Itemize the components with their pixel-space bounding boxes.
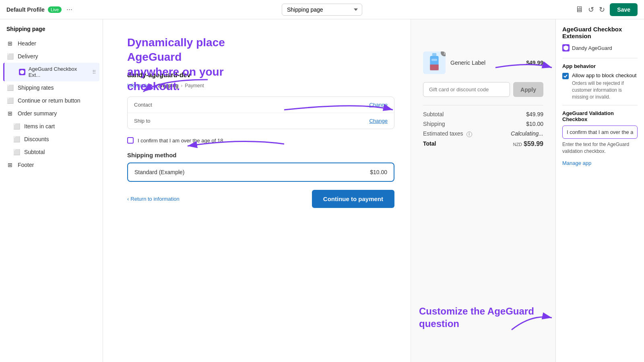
sidebar-item-continue-button[interactable]: ⬜ Continue or return button [0, 94, 103, 107]
customize-text-overlay: Customize the AgeGuard question [419, 305, 534, 330]
item-price: $49.99 [526, 60, 543, 66]
apply-discount-button[interactable]: Apply [513, 82, 543, 97]
provider-shield-icon [562, 44, 570, 51]
total-label: Total [423, 140, 436, 148]
manage-app-link[interactable]: Manage app [562, 160, 591, 166]
allow-block-checkbox[interactable] [562, 73, 569, 79]
panel-divider-2 [562, 105, 638, 105]
order-item: 1 Generic Label $49.99 [423, 51, 543, 74]
sidebar-item-discounts-label: Discounts [24, 136, 49, 142]
checkout-right: 1 Generic Label $49.99 Apply [411, 19, 555, 362]
main-layout: Shipping page ⊞ Header ⬜ Delivery AgeGua… [0, 19, 644, 362]
page-selector-area: Shipping page [282, 4, 362, 16]
sidebar-item-items-label: Items in cart [24, 123, 55, 130]
crop-icon-3: ⬜ [6, 97, 14, 104]
contact-row: Contact Change [128, 97, 394, 113]
undo-button[interactable]: ↺ [588, 5, 594, 14]
sidebar-item-discounts[interactable]: ⬜ Discounts [0, 133, 103, 146]
item-bottle-icon [427, 53, 442, 72]
shield-icon [19, 69, 25, 75]
grid-icon: ⊞ [6, 40, 14, 47]
taxes-value: Calculating... [511, 130, 543, 137]
panel-title: AgeGuard Checkbox Extension [562, 26, 638, 39]
taxes-row: Estimated taxes i Calculating... [423, 130, 543, 137]
crop-icon: ⬜ [6, 53, 14, 60]
discount-input[interactable] [423, 82, 510, 97]
age-checkbox[interactable] [127, 137, 134, 144]
breadcrumb-payment: Payment [185, 83, 204, 88]
breadcrumb-shipping: Shipping [158, 83, 178, 88]
breadcrumb-sep-2: › [181, 83, 182, 88]
sidebar-item-order-summary[interactable]: ⊞ Order summary [0, 107, 103, 120]
shipping-method-title: Shipping method [127, 152, 394, 158]
more-options-button[interactable]: ··· [66, 5, 72, 14]
shipping-option[interactable]: Standard (Example) $10.00 [127, 162, 394, 182]
checkout-actions: ‹ Return to information Continue to paym… [127, 190, 394, 208]
sidebar-item-footer[interactable]: ⊞ Footer [0, 158, 103, 171]
sidebar-item-delivery[interactable]: ⬜ Delivery [0, 50, 103, 63]
allow-block-desc: Orders will be rejected if customer info… [572, 80, 638, 100]
drag-handle-icon[interactable]: ⠿ [92, 69, 96, 75]
shipping-label: Shipping [423, 121, 445, 127]
arrow-customize-to-panel [508, 306, 555, 338]
taxes-info-icon[interactable]: i [466, 132, 472, 137]
crop-icon-2: ⬜ [6, 84, 14, 91]
breadcrumb: Information › Shipping › Payment [127, 83, 394, 88]
validation-title: AgeGuard Validation Checkbox [562, 110, 638, 122]
allow-block-text: Allow app to block checkout Orders will … [572, 72, 638, 100]
redo-button[interactable]: ↻ [599, 5, 605, 14]
svg-rect-4 [432, 53, 437, 56]
checkout-preview: Dynamically place AgeGuard anywhere on y… [103, 19, 555, 362]
ageguard-label: AgeGuard Checkbox Ext... [29, 66, 89, 78]
sidebar-item-order-summary-label: Order summary [18, 110, 57, 117]
return-to-information-link[interactable]: ‹ Return to information [127, 196, 180, 202]
provider-name: Dandy AgeGuard [572, 45, 612, 51]
panel-provider: Dandy AgeGuard [562, 44, 638, 51]
taxes-label: Estimated taxes i [423, 130, 472, 137]
total-currency: NZD [513, 142, 522, 147]
page-select[interactable]: Shipping page [282, 4, 362, 16]
shipping-value: $10.00 [526, 121, 543, 127]
age-confirm-label: I confirm that I am over the age of 18. [138, 138, 225, 144]
sidebar-item-ageguard[interactable]: AgeGuard Checkbox Ext... ⠿ [3, 63, 99, 81]
checkout-left: Dynamically place AgeGuard anywhere on y… [103, 19, 411, 362]
sidebar-item-items-in-cart[interactable]: ⬜ Items in cart [0, 120, 103, 133]
crop-icon-5: ⬜ [13, 136, 20, 142]
sidebar-item-delivery-label: Delivery [18, 53, 38, 60]
shipto-label: Ship to [134, 118, 162, 124]
shipping-option-label: Standard (Example) [134, 169, 185, 175]
continue-to-payment-button[interactable]: Continue to payment [312, 190, 394, 208]
totals-section: Subtotal $49.99 Shipping $10.00 Estimate… [423, 105, 543, 148]
age-confirm-section: I confirm that I am over the age of 18. [127, 136, 394, 145]
subtotal-label: Subtotal [423, 111, 444, 117]
validation-hint: Enter the text for the AgeGuard validati… [562, 141, 638, 155]
contact-shipto-section: Contact Change Ship to Change [127, 97, 394, 129]
sidebar-item-header-label: Header [18, 40, 36, 47]
topbar: Default Profile Live ··· Shipping page 🖥… [0, 0, 644, 19]
item-name: Generic Label [450, 60, 521, 66]
panel-divider-1 [562, 58, 638, 58]
sidebar-item-subtotal-label: Subtotal [24, 149, 45, 155]
breadcrumb-sep-1: › [154, 83, 155, 88]
discount-row: Apply [423, 82, 543, 97]
breadcrumb-information[interactable]: Information [127, 83, 151, 88]
subtotal-value: $49.99 [526, 111, 543, 117]
sidebar-item-shipping-rates[interactable]: ⬜ Shipping rates [0, 81, 103, 94]
validation-text-input[interactable] [562, 125, 638, 139]
subtotal-row: Subtotal $49.99 [423, 111, 543, 117]
shipto-change-link[interactable]: Change [369, 118, 388, 124]
sidebar: Shipping page ⊞ Header ⬜ Delivery AgeGua… [0, 19, 103, 362]
grid-icon-2: ⊞ [6, 110, 14, 117]
save-button[interactable]: Save [610, 3, 638, 16]
total-row: Total NZD$59.99 [423, 140, 543, 148]
shipto-row: Ship to Change [128, 113, 394, 129]
shipping-row: Shipping $10.00 [423, 121, 543, 127]
preview-icon[interactable]: 🖥 [575, 5, 583, 14]
item-image: 1 [423, 51, 446, 74]
sidebar-item-subtotal[interactable]: ⬜ Subtotal [0, 146, 103, 158]
contact-change-link[interactable]: Change [369, 102, 388, 108]
contact-label: Contact [134, 102, 162, 108]
allow-block-label: Allow app to block checkout [572, 72, 638, 78]
crop-icon-4: ⬜ [13, 123, 20, 130]
sidebar-item-header[interactable]: ⊞ Header [0, 37, 103, 50]
